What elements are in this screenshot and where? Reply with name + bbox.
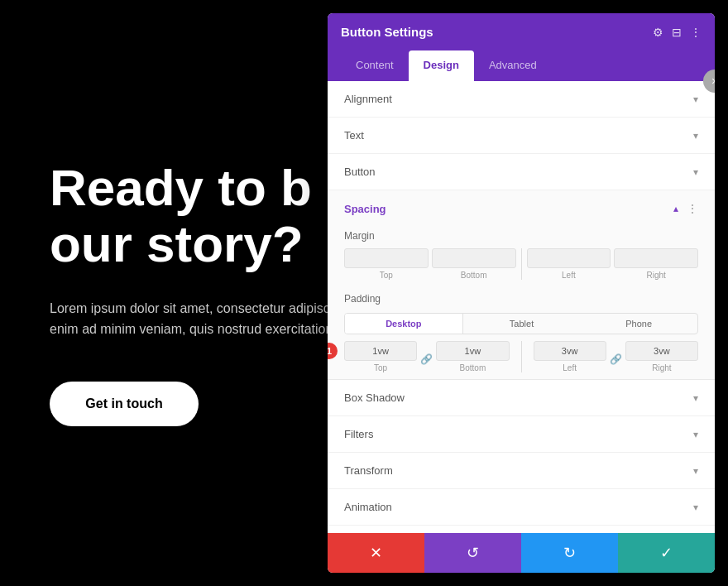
- tab-content[interactable]: Content: [341, 50, 409, 81]
- padding-bottom-input[interactable]: [436, 341, 509, 361]
- chevron-down-icon: ▾: [693, 502, 698, 513]
- margin-left-input[interactable]: [527, 248, 611, 268]
- tab-advanced[interactable]: Advanced: [474, 50, 552, 81]
- section-spacing: Spacing ▴ ⋮ Margin Top Bottom: [328, 190, 715, 380]
- margin-bottom-group: Bottom: [432, 248, 516, 280]
- link-icon[interactable]: 🔗: [420, 353, 433, 365]
- padding-top-input[interactable]: [344, 341, 417, 361]
- device-tabs: Desktop Tablet Phone: [344, 313, 698, 334]
- section-text[interactable]: Text ▾: [328, 118, 715, 154]
- margin-top-bottom: Top Bottom: [344, 248, 516, 280]
- section-button[interactable]: Button ▾: [328, 154, 715, 190]
- panel-footer: ✕ ↺ ↻ ✓: [328, 533, 715, 573]
- margin-fields: Top Bottom Left Right: [328, 245, 715, 286]
- section-alignment-label: Alignment: [344, 93, 392, 105]
- step-badge: 1: [328, 343, 338, 359]
- section-filters-label: Filters: [344, 428, 373, 440]
- section-filters[interactable]: Filters ▾: [328, 416, 715, 453]
- padding-right-group: Right: [625, 341, 698, 372]
- device-tab-desktop[interactable]: Desktop: [345, 314, 463, 334]
- margin-left-right: Left Right: [527, 248, 699, 280]
- device-tab-phone[interactable]: Phone: [580, 314, 697, 334]
- panel-title: Button Settings: [341, 25, 433, 39]
- margin-divider: [521, 248, 522, 280]
- padding-left-right-pair: Left 🔗 Right: [534, 341, 699, 372]
- padding-top-label: Top: [374, 363, 387, 372]
- margin-right-label: Right: [646, 271, 665, 280]
- padding-left-input[interactable]: [534, 341, 606, 361]
- padding-left-label: Left: [563, 363, 577, 372]
- button-settings-panel: × Button Settings ⚙ ⊟ ⋮ Content Design A…: [328, 13, 715, 573]
- spacing-more-icon[interactable]: ⋮: [687, 202, 698, 215]
- section-text-label: Text: [344, 129, 364, 142]
- section-box-shadow-label: Box Shadow: [344, 391, 405, 404]
- margin-bottom-input[interactable]: [432, 248, 516, 268]
- chevron-up-icon: ▴: [673, 203, 678, 214]
- margin-label: Margin: [328, 223, 715, 245]
- chevron-down-icon: ▾: [693, 429, 698, 440]
- spacing-header[interactable]: Spacing ▴ ⋮: [328, 190, 715, 223]
- device-tab-tablet[interactable]: Tablet: [463, 314, 581, 334]
- section-animation[interactable]: Animation ▾: [328, 489, 715, 526]
- help-row[interactable]: ? Help: [328, 526, 715, 533]
- panel-header: Button Settings ⚙ ⊟ ⋮: [328, 13, 715, 50]
- section-transform[interactable]: Transform ▾: [328, 453, 715, 489]
- padding-bottom-group: Bottom: [436, 341, 509, 372]
- margin-right-input[interactable]: [614, 248, 698, 268]
- padding-label: Padding: [328, 286, 715, 308]
- chevron-down-icon: ▾: [693, 392, 698, 404]
- padding-fields: 1 Top 🔗 Bottom Left: [328, 338, 715, 379]
- margin-top-input[interactable]: [344, 248, 429, 268]
- padding-top-group: Top: [344, 341, 417, 372]
- margin-bottom-label: Bottom: [461, 271, 487, 280]
- padding-left-group: Left: [534, 341, 606, 372]
- padding-top-bottom-pair: 1 Top 🔗 Bottom: [344, 341, 510, 372]
- padding-bottom-label: Bottom: [460, 363, 486, 372]
- columns-icon[interactable]: ⊟: [672, 26, 682, 39]
- section-button-label: Button: [344, 166, 376, 178]
- chevron-down-icon: ▾: [693, 130, 698, 142]
- page-body-text: Lorem ipsum dolor sit amet, consectetur …: [50, 298, 356, 340]
- margin-top-group: Top: [344, 248, 429, 280]
- cancel-button[interactable]: ✕: [328, 533, 424, 573]
- margin-top-label: Top: [380, 271, 393, 280]
- panel-tabs: Content Design Advanced: [328, 50, 715, 81]
- get-in-touch-button[interactable]: Get in touch: [50, 382, 199, 426]
- panel-header-icons: ⚙ ⊟ ⋮: [653, 26, 702, 39]
- margin-left-label: Left: [562, 271, 576, 280]
- margin-left-group: Left: [527, 248, 611, 280]
- section-alignment[interactable]: Alignment ▾: [328, 81, 715, 118]
- margin-right-group: Right: [614, 248, 698, 280]
- panel-body: Alignment ▾ Text ▾ Button ▾ Spacing ▴ ⋮ …: [328, 81, 715, 533]
- section-transform-label: Transform: [344, 464, 393, 477]
- section-spacing-label: Spacing: [344, 203, 386, 215]
- link-icon-right[interactable]: 🔗: [610, 353, 622, 365]
- chevron-down-icon: ▾: [693, 465, 698, 477]
- section-animation-label: Animation: [344, 501, 392, 513]
- chevron-down-icon: ▾: [693, 94, 698, 105]
- save-button[interactable]: ✓: [618, 533, 715, 573]
- padding-divider: [521, 341, 522, 372]
- more-icon[interactable]: ⋮: [690, 26, 702, 39]
- redo-button[interactable]: ↻: [521, 533, 618, 573]
- settings-icon[interactable]: ⚙: [653, 26, 663, 39]
- padding-right-input[interactable]: [625, 341, 698, 361]
- tab-design[interactable]: Design: [409, 50, 474, 81]
- undo-button[interactable]: ↺: [424, 533, 521, 573]
- chevron-down-icon: ▾: [693, 166, 698, 178]
- padding-right-label: Right: [652, 363, 671, 372]
- section-box-shadow[interactable]: Box Shadow ▾: [328, 380, 715, 416]
